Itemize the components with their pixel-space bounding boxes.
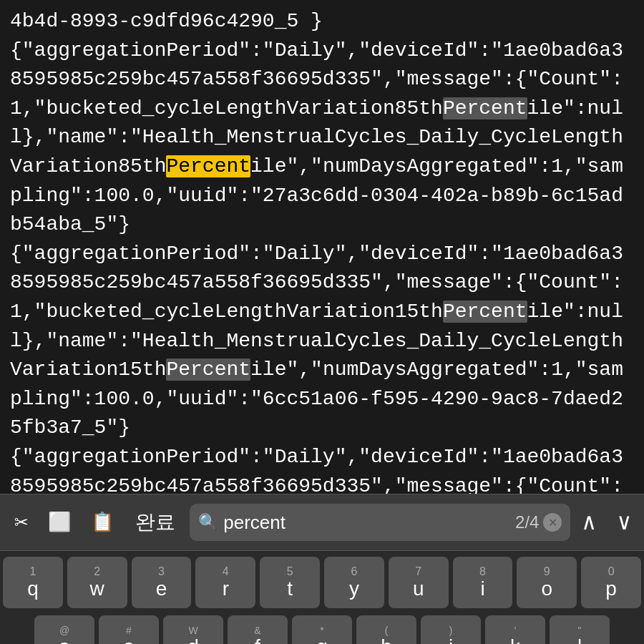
key-j[interactable]: )j <box>421 615 481 644</box>
done-button[interactable]: 완료 <box>127 504 184 540</box>
prev-match-button[interactable]: ∧ <box>576 505 601 540</box>
key-u[interactable]: 7u <box>389 557 449 608</box>
paste-button[interactable]: 📋 <box>84 507 121 538</box>
nav-arrows: ∧ ∨ <box>576 505 637 540</box>
keyboard-row-2: @a #s Wd &f *g (h )j 'k "l <box>3 615 641 644</box>
text-line-3: {"aggregationPeriod":"Daily","deviceId":… <box>10 446 623 494</box>
key-a[interactable]: @a <box>34 615 94 644</box>
highlight-gray-2: Percent <box>443 301 527 323</box>
key-k[interactable]: 'k <box>485 615 545 644</box>
key-i[interactable]: 8i <box>453 557 513 608</box>
search-count: 2/4 ✕ <box>515 512 562 532</box>
search-icon: 🔍 <box>198 513 218 532</box>
text-content-area: 4b4d-8993-c9dfd96c4290_5 } {"aggregation… <box>0 0 644 494</box>
next-match-button[interactable]: ∨ <box>612 505 637 540</box>
key-q[interactable]: 1q <box>3 557 63 608</box>
copy-button[interactable]: ⬜ <box>41 507 78 538</box>
search-bar[interactable]: 🔍 percent 2/4 ✕ <box>190 504 570 541</box>
key-d[interactable]: Wd <box>163 615 223 644</box>
key-p[interactable]: 0p <box>581 557 641 608</box>
text-line-2: {"aggregationPeriod":"Daily","deviceId":… <box>10 243 623 439</box>
key-t[interactable]: 5t <box>260 557 320 608</box>
highlight-gray-3: Percent <box>166 358 250 381</box>
key-g[interactable]: *g <box>292 615 352 644</box>
key-h[interactable]: (h <box>356 615 416 644</box>
highlight-gray-1: Percent <box>443 97 527 119</box>
key-y[interactable]: 6y <box>324 557 384 608</box>
key-f[interactable]: &f <box>228 615 288 644</box>
clear-search-button[interactable]: ✕ <box>543 513 562 532</box>
key-e[interactable]: 3e <box>132 557 192 608</box>
text-line-0: 4b4d-8993-c9dfd96c4290_5 } <box>10 10 323 32</box>
keyboard-row-1: 1q 2w 3e 4r 5t 6y 7u 8i 9o 0p <box>3 557 641 608</box>
key-w[interactable]: 2w <box>67 557 127 608</box>
key-o[interactable]: 9o <box>517 557 577 608</box>
cut-button[interactable]: ✂ <box>7 504 35 541</box>
text-line-1: {"aggregationPeriod":"Daily","deviceId":… <box>10 39 623 236</box>
key-r[interactable]: 4r <box>195 557 255 608</box>
toolbar: ✂ ⬜ 📋 완료 🔍 percent 2/4 ✕ ∧ ∨ <box>0 494 644 551</box>
key-l[interactable]: "l <box>550 615 610 644</box>
search-input[interactable]: percent <box>223 512 509 534</box>
key-s[interactable]: #s <box>99 615 159 644</box>
keyboard: 1q 2w 3e 4r 5t 6y 7u 8i 9o 0p @a #s Wd &… <box>0 551 644 644</box>
highlight-yellow-1: Percent <box>166 155 250 177</box>
